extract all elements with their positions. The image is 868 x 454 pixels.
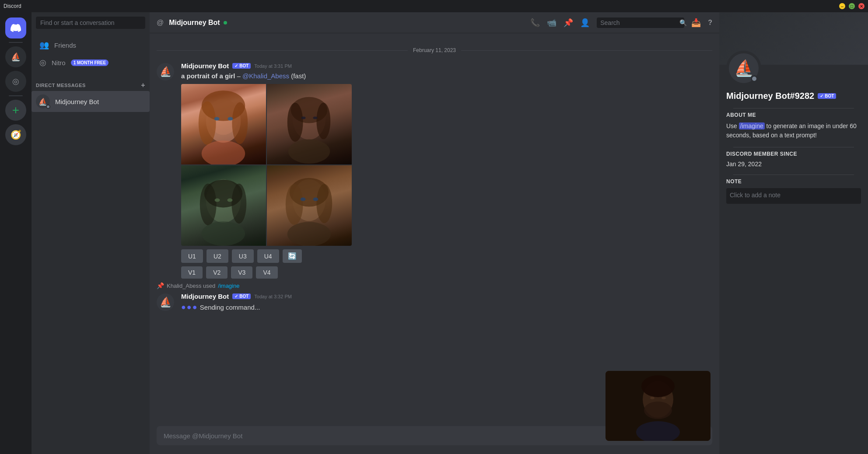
image-grid: [181, 84, 352, 246]
message-text-1: a portrait of a girl – @Khalid_Abess (fa…: [181, 71, 712, 80]
video-icon[interactable]: 📹: [547, 18, 556, 28]
profile-username: Midjourney Bot#9282: [726, 91, 814, 101]
dm-avatar-icon: ⛵: [38, 98, 47, 106]
verified-icon-2: ✓: [234, 294, 238, 299]
nitro-icon: ◎: [39, 58, 46, 67]
dm-channel-name: Midjourney Bot: [55, 98, 99, 105]
message-author-1: Midjourney Bot: [181, 62, 229, 70]
about-me-before: Use: [726, 122, 739, 129]
search-bar: 🔍: [597, 17, 684, 28]
v1-button[interactable]: V1: [181, 266, 203, 279]
u4-button[interactable]: U4: [257, 249, 279, 263]
avatar-status: [46, 105, 50, 109]
svg-point-12: [301, 117, 306, 119]
message-1: ⛵ Midjourney Bot ✓ BOT Today at 3:31 PM …: [150, 60, 719, 280]
svg-point-3: [199, 101, 216, 145]
channel-header: @ Midjourney Bot 📞 📹 📌 👤 🔍 📥 ?: [150, 12, 719, 33]
svg-point-35: [662, 397, 666, 399]
message-bold-text: a portrait of a girl: [181, 72, 235, 80]
phone-icon[interactable]: 📞: [530, 18, 540, 28]
pin-icon[interactable]: 📌: [564, 18, 573, 28]
svg-point-14: [288, 139, 330, 164]
bot-badge-2: ✓ BOT: [232, 293, 251, 299]
online-dot: [224, 21, 227, 24]
dm-channel-avatar: ⛵: [36, 94, 50, 108]
profile-divider-3: [733, 175, 854, 175]
svg-point-21: [202, 221, 245, 246]
profile-username-text: Midjourney Bot: [726, 91, 790, 101]
server2-icon[interactable]: ◎: [5, 71, 26, 92]
help-icon[interactable]: ?: [708, 19, 712, 27]
icon-bar-divider2: [9, 95, 23, 96]
about-me-highlight: /imagine: [739, 122, 765, 129]
svg-point-31: [641, 375, 675, 397]
svg-point-6: [228, 117, 233, 121]
portrait-3[interactable]: [181, 165, 266, 246]
add-dm-icon[interactable]: +: [141, 81, 145, 89]
svg-point-27: [313, 198, 318, 201]
bot-badge-1: ✓ BOT: [232, 63, 251, 69]
v4-button[interactable]: V4: [256, 266, 277, 279]
dm-channel-item[interactable]: ⛵ Midjourney Bot: [32, 91, 150, 112]
svg-point-11: [316, 103, 330, 140]
explore-icon[interactable]: 🧭: [5, 124, 26, 145]
date-divider-text: February 11, 2023: [413, 47, 456, 53]
discord-home-icon[interactable]: [5, 17, 26, 38]
profile-avatar: ⛵: [726, 51, 761, 86]
system-command: /imagine: [218, 283, 239, 289]
u3-button[interactable]: U3: [232, 249, 254, 263]
system-username: Khalid_Abess used: [167, 283, 215, 289]
nitro-nav-item[interactable]: ◎ Nitro 1 MONTH FREE: [35, 54, 146, 71]
message-dash: –: [237, 72, 243, 80]
profile-online-dot: [751, 75, 758, 82]
header-actions: 📞 📹 📌 👤 🔍 📥 ?: [530, 17, 712, 28]
message-author-2: Midjourney Bot: [181, 293, 229, 300]
dm-search-input[interactable]: [36, 17, 145, 29]
profile-verified-icon: ✓: [820, 94, 823, 98]
maximize-button[interactable]: □: [849, 3, 855, 9]
u2-button[interactable]: U2: [206, 249, 228, 263]
channel-name-text: Midjourney Bot: [169, 19, 220, 27]
v2-button[interactable]: V2: [206, 266, 228, 279]
portrait-4[interactable]: [267, 165, 352, 246]
message-time-1: Today at 3:31 PM: [254, 63, 292, 69]
search-input[interactable]: [600, 19, 677, 26]
nitro-badge: 1 MONTH FREE: [71, 59, 108, 66]
message-input[interactable]: [164, 432, 645, 440]
profile-bot-badge: ✓ BOT: [818, 93, 836, 99]
note-section: NOTE Click to add a note: [726, 178, 861, 204]
bot-label-1: BOT: [239, 63, 248, 68]
v3-button[interactable]: V3: [231, 266, 252, 279]
about-me-text: Use /imagine to generate an image in und…: [726, 122, 861, 140]
portrait-1[interactable]: [181, 84, 266, 164]
messages-area: February 11, 2023 ⛵ Midjourney Bot ✓ BOT…: [150, 33, 719, 426]
svg-point-17: [200, 184, 217, 225]
svg-point-18: [231, 184, 246, 224]
message-content-2: Midjourney Bot ✓ BOT Today at 3:32 PM ●●…: [181, 293, 712, 313]
u1-button[interactable]: U1: [181, 249, 203, 263]
search-icon[interactable]: 🔍: [679, 19, 687, 26]
channel-header-name: Midjourney Bot: [169, 19, 227, 27]
profile-discriminator: #9282: [790, 91, 815, 101]
server1-icon[interactable]: ⛵: [5, 46, 26, 67]
message-2: ⛵ Midjourney Bot ✓ BOT Today at 3:32 PM …: [150, 291, 719, 314]
close-button[interactable]: ✕: [858, 3, 864, 9]
message-mention[interactable]: @Khalid_Abess: [242, 72, 289, 80]
message-content-1: Midjourney Bot ✓ BOT Today at 3:31 PM a …: [181, 62, 712, 279]
divider-line-right: [461, 50, 712, 51]
dm-search-area: [32, 12, 150, 33]
dm-sidebar: 👥 Friends ◎ Nitro 1 MONTH FREE DIRECT ME…: [32, 12, 150, 454]
friends-nav-item[interactable]: 👥 Friends: [35, 37, 146, 53]
about-me-section: ABOUT ME Use /imagine to generate an ima…: [726, 112, 861, 140]
app-body: ⛵ ◎ + 🧭 👥 Friends ◎ Nitro 1 MONTH FREE D…: [0, 12, 868, 454]
note-input[interactable]: Click to add a note: [726, 188, 861, 204]
refresh-button[interactable]: 🔄: [283, 249, 302, 263]
minimize-button[interactable]: –: [839, 3, 845, 9]
add-member-icon[interactable]: 👤: [580, 18, 590, 28]
inbox-icon[interactable]: 📥: [691, 18, 701, 28]
portrait-2[interactable]: [267, 84, 352, 164]
add-server-button[interactable]: +: [5, 100, 26, 121]
message-header-1: Midjourney Bot ✓ BOT Today at 3:31 PM: [181, 62, 712, 70]
divider-line-left: [157, 50, 408, 51]
action-buttons-row2: V1 V2 V3 V4: [181, 266, 712, 279]
